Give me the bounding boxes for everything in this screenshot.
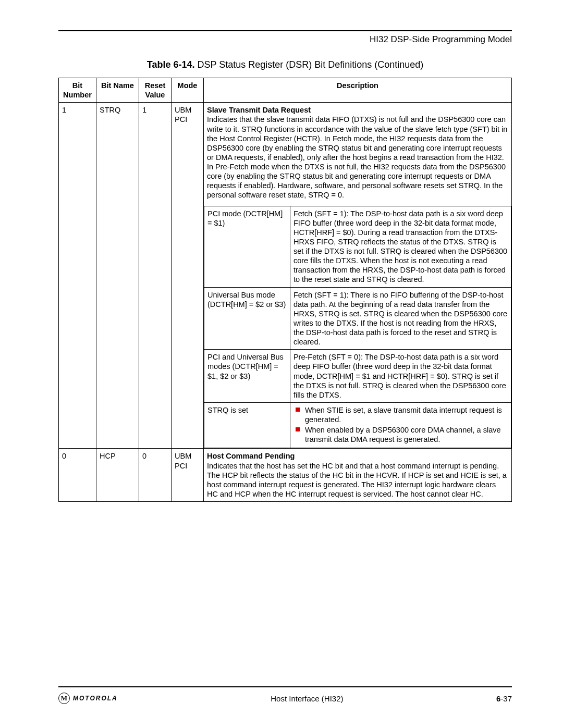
subcell-b: Pre-Fetch (SFT = 0): The DSP-to-host dat… [290,350,511,403]
cell-mode: UBM PCI [172,449,204,502]
cell-mode: UBM PCI [172,103,204,449]
desc-body: Indicates that the host has set the HC b… [207,462,507,498]
subtable-row: PCI and Universal Bus modes (DCTR[HM] = … [204,350,511,403]
desc-title: Host Command Pending [207,452,295,460]
caption-rest: DSP Status Register (DSR) Bit Definition… [194,59,423,70]
col-mode: Mode [172,78,204,103]
footer-page-number: 6-37 [496,694,512,703]
bullet-list: When STIE is set, a slave transmit data … [293,405,508,445]
mode-line-2: PCI [175,462,187,470]
cell-reset-value: 0 [139,449,172,502]
subcell-b: Fetch (SFT = 1): The DSP-to-host data pa… [290,206,511,287]
page-suffix: -37 [500,694,512,703]
col-bit-number: Bit Number [59,78,96,103]
desc-title: Slave Transmit Data Request [207,106,311,114]
top-rule [58,30,512,31]
motorola-icon: M [58,693,70,704]
subtable: PCI mode (DCTR[HM] = $1) Fetch (SFT = 1)… [204,206,511,449]
table-row: 0 HCP 0 UBM PCI Host Command Pending Ind… [59,449,512,502]
cell-description: Slave Transmit Data Request Indicates th… [204,103,512,449]
footer-rule [58,686,512,687]
cell-bit-number: 0 [59,449,96,502]
dsr-table: Bit Number Bit Name Reset Value Mode Des… [58,78,512,502]
mode-line-2: PCI [175,115,187,124]
page-header: HI32 DSP-Side Programming Model [58,34,512,45]
cell-bit-name: STRQ [96,103,139,449]
subtable-row: PCI mode (DCTR[HM] = $1) Fetch (SFT = 1)… [204,206,511,287]
subcell-a: STRQ is set [204,402,290,448]
col-description: Description [204,78,512,103]
subcell-b: When STIE is set, a slave transmit data … [290,402,511,448]
mode-line-1: UBM [175,452,191,460]
cell-reset-value: 1 [139,103,172,449]
mode-line-1: UBM [175,106,191,114]
bullet-item: When enabled by a DSP56300 core DMA chan… [293,425,508,444]
cell-bit-number: 1 [59,103,96,449]
subcell-a: Universal Bus mode (DCTR[HM] = $2 or $3) [204,287,290,350]
brand-logo: M MOTOROLA [58,693,118,704]
footer-center: Host Interface (HI32) [271,694,343,703]
cell-description: Host Command Pending Indicates that the … [204,449,512,502]
col-bit-name: Bit Name [96,78,139,103]
subcell-a: PCI and Universal Bus modes (DCTR[HM] = … [204,350,290,403]
cell-bit-name: HCP [96,449,139,502]
desc-body: Indicates that the slave transmit data F… [207,115,507,199]
table-header-row: Bit Number Bit Name Reset Value Mode Des… [59,78,512,103]
table-caption: Table 6-14. DSP Status Register (DSR) Bi… [58,59,512,70]
subtable-row: Universal Bus mode (DCTR[HM] = $2 or $3)… [204,287,511,350]
subcell-a: PCI mode (DCTR[HM] = $1) [204,206,290,287]
subcell-b: Fetch (SFT = 1): There is no FIFO buffer… [290,287,511,350]
subtable-row: STRQ is set When STIE is set, a slave tr… [204,402,511,448]
caption-bold: Table 6-14. [147,59,195,70]
page-footer: M MOTOROLA Host Interface (HI32) 6-37 [58,686,512,704]
bullet-item: When STIE is set, a slave transmit data … [293,405,508,424]
col-reset-value: Reset Value [139,78,172,103]
brand-text: MOTOROLA [73,695,118,702]
table-row: 1 STRQ 1 UBM PCI Slave Transmit Data Req… [59,103,512,449]
